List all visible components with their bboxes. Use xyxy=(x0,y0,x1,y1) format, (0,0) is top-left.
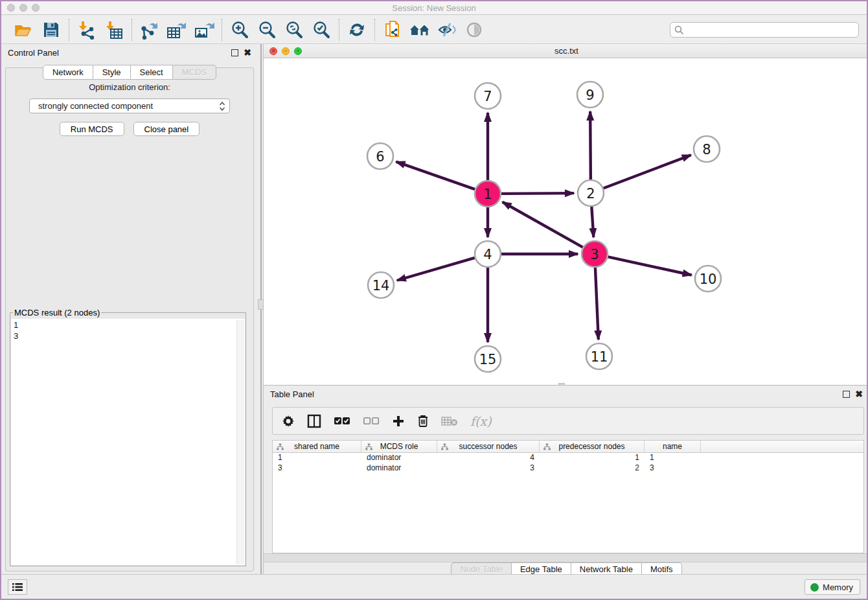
run-mcds-button[interactable]: Run MCDS xyxy=(60,122,124,136)
mcds-result-textarea[interactable]: 13 xyxy=(11,319,245,565)
node-6[interactable]: 6 xyxy=(367,143,393,169)
node-15[interactable]: 15 xyxy=(475,346,501,372)
add-row-button[interactable] xyxy=(392,415,405,428)
table-cell[interactable]: 2 xyxy=(540,463,645,474)
table-cell[interactable]: 1 xyxy=(645,453,701,463)
delete-row-button[interactable] xyxy=(417,414,429,428)
control-tab-network[interactable]: Network xyxy=(43,65,93,80)
function-builder-button[interactable]: f(x) xyxy=(470,414,492,428)
column-header-predecessor-nodes[interactable]: predecessor nodes xyxy=(540,441,645,452)
network-close-button[interactable]: ✕ xyxy=(269,47,277,55)
delete-table-button[interactable] xyxy=(441,416,458,426)
column-header-successor-nodes[interactable]: successor nodes xyxy=(437,441,540,452)
first-neighbors-button[interactable] xyxy=(409,19,431,41)
node-3[interactable]: 3 xyxy=(582,241,608,267)
table-header-row: shared nameMCDS rolesuccessor nodesprede… xyxy=(273,441,863,453)
node-14[interactable]: 14 xyxy=(368,272,394,298)
window-titlebar: Session: New Session xyxy=(1,1,867,15)
apply-layout-button[interactable] xyxy=(346,19,368,41)
panel-splitter[interactable] xyxy=(260,44,262,577)
edge-4-14[interactable] xyxy=(397,258,475,281)
node-2[interactable]: 2 xyxy=(578,180,604,206)
export-image-button[interactable] xyxy=(193,19,215,41)
close-panel-button[interactable]: Close panel xyxy=(133,122,200,136)
export-network-button[interactable] xyxy=(139,19,161,41)
import-network-button[interactable] xyxy=(76,19,98,41)
import-table-button[interactable] xyxy=(103,19,125,41)
column-header-name[interactable]: name xyxy=(645,441,701,452)
hide-selected-button[interactable] xyxy=(436,19,458,41)
table-panel-close-button[interactable]: ✖ xyxy=(855,389,863,398)
columns-icon xyxy=(307,414,321,428)
edge-3-1[interactable] xyxy=(503,202,583,248)
node-1[interactable]: 1 xyxy=(475,181,501,207)
window-zoom-button[interactable] xyxy=(32,4,40,12)
control-tab-mcds[interactable]: MCDS xyxy=(173,65,216,80)
zoom-in-icon xyxy=(231,21,249,39)
column-manager-button[interactable] xyxy=(307,414,321,428)
edge-1-6[interactable] xyxy=(396,162,475,189)
edge-3-11[interactable] xyxy=(595,268,599,340)
export-table-button[interactable] xyxy=(166,19,188,41)
network-maximize-button[interactable]: + xyxy=(294,47,302,55)
edge-2-3[interactable] xyxy=(591,207,593,237)
zoom-out-button[interactable] xyxy=(256,19,278,41)
network-minimize-button[interactable]: − xyxy=(282,47,290,55)
column-header-MCDS-role[interactable]: MCDS role xyxy=(361,441,437,452)
node-11[interactable]: 11 xyxy=(586,343,612,369)
export-image-icon xyxy=(194,20,214,40)
table-cell[interactable]: dominator xyxy=(361,463,437,474)
edge-2-8[interactable] xyxy=(604,155,691,188)
network-window-title: scc.txt xyxy=(554,46,578,56)
table-settings-button[interactable] xyxy=(282,415,295,428)
node-label-15: 15 xyxy=(479,352,497,367)
node-4[interactable]: 4 xyxy=(475,241,501,267)
table-row[interactable]: 3dominator323 xyxy=(273,463,863,474)
edge-1-2[interactable] xyxy=(501,193,574,194)
table-cell[interactable]: 3 xyxy=(437,463,540,474)
clone-network-button[interactable] xyxy=(382,19,404,41)
network-canvas[interactable]: 7968124314101511 xyxy=(264,58,868,385)
select-all-button[interactable] xyxy=(334,417,350,425)
task-history-button[interactable] xyxy=(8,579,27,595)
control-tab-select[interactable]: Select xyxy=(131,65,173,80)
table-cell[interactable]: 1 xyxy=(273,453,361,463)
zoom-in-button[interactable] xyxy=(229,19,251,41)
save-session-button[interactable] xyxy=(40,19,62,41)
open-file-button[interactable] xyxy=(13,19,35,41)
window-minimize-button[interactable] xyxy=(19,4,27,12)
memory-button[interactable]: Memory xyxy=(805,579,860,595)
search-input[interactable] xyxy=(670,22,859,38)
table-cell[interactable]: 3 xyxy=(273,463,361,474)
edge-2-9[interactable] xyxy=(590,111,591,179)
gear-icon xyxy=(282,415,295,428)
main-toolbar xyxy=(1,16,867,44)
edge-3-10[interactable] xyxy=(608,257,692,275)
table-cell[interactable]: 1 xyxy=(540,453,645,463)
table-row[interactable]: 1dominator411 xyxy=(273,453,863,463)
node-9[interactable]: 9 xyxy=(577,82,603,108)
column-header-shared-name[interactable]: shared name xyxy=(273,441,361,452)
show-all-button[interactable] xyxy=(463,19,485,41)
trash-icon xyxy=(417,414,429,428)
table-cell[interactable]: 3 xyxy=(645,463,701,474)
window-title: Session: New Session xyxy=(392,3,475,13)
table-cell[interactable]: 4 xyxy=(437,453,540,463)
mcds-result-title: MCDS result (2 nodes) xyxy=(13,308,101,317)
node-8[interactable]: 8 xyxy=(694,136,720,162)
zoom-selected-button[interactable] xyxy=(310,19,332,41)
window-close-button[interactable] xyxy=(7,4,15,12)
table-panel-float-button[interactable] xyxy=(843,391,850,398)
control-panel-float-button[interactable] xyxy=(231,49,238,56)
optimization-criterion-label: Optimization criterion: xyxy=(6,82,253,92)
zoom-out-icon xyxy=(258,21,276,39)
result-scrollbar[interactable] xyxy=(236,320,244,564)
node-7[interactable]: 7 xyxy=(475,83,501,109)
zoom-fit-button[interactable] xyxy=(283,19,305,41)
deselect-all-button[interactable] xyxy=(363,417,380,425)
control-tab-style[interactable]: Style xyxy=(93,65,131,80)
control-panel-close-button[interactable]: ✖ xyxy=(244,48,251,57)
criterion-dropdown[interactable]: strongly connected component xyxy=(29,98,230,113)
table-cell[interactable]: dominator xyxy=(361,453,437,463)
node-10[interactable]: 10 xyxy=(695,266,721,292)
